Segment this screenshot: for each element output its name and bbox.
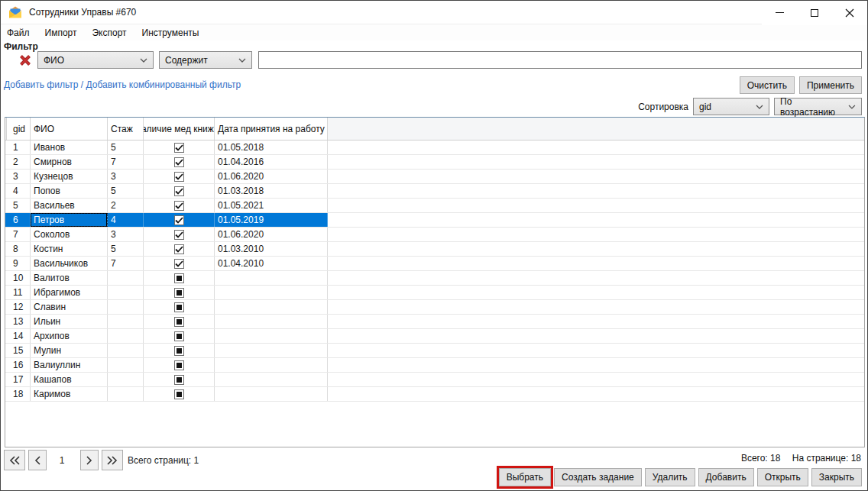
close-window-button[interactable]: Закрыть	[811, 468, 862, 486]
med-checkbox[interactable]	[174, 244, 184, 254]
table-row[interactable]: 15 Мулин	[5, 344, 864, 358]
filter-field-dropdown[interactable]: ФИО	[37, 51, 154, 69]
link-separator: /	[78, 79, 86, 90]
cell-date: 01.03.2018	[215, 184, 328, 198]
red-x-icon	[19, 54, 31, 66]
clear-button[interactable]: Очистить	[740, 76, 795, 94]
filter-buttons: Очистить Применить	[740, 76, 862, 94]
med-checkbox[interactable]	[174, 230, 184, 240]
close-button[interactable]	[832, 1, 867, 24]
table-row[interactable]: 7 Соколов 3 01.06.2020	[5, 228, 864, 242]
maximize-button[interactable]	[797, 1, 832, 24]
med-checkbox[interactable]	[174, 215, 184, 225]
column-header-gid[interactable]: gid	[7, 118, 31, 140]
cell-staz: 7	[108, 257, 144, 270]
med-checkbox[interactable]	[174, 172, 184, 182]
table-row[interactable]: 12 Славин	[5, 300, 864, 315]
med-checkbox[interactable]	[174, 273, 184, 283]
table-header-row: gid ФИО Стаж Наличие мед книжки Дата при…	[5, 118, 864, 141]
employees-table: gid ФИО Стаж Наличие мед книжки Дата при…	[5, 117, 865, 447]
table-row[interactable]: 4 Попов 5 01.03.2018	[5, 184, 864, 199]
create-task-button[interactable]: Создать задание	[554, 468, 642, 486]
checkmark-icon	[175, 217, 183, 224]
cell-staz	[108, 387, 144, 401]
med-checkbox[interactable]	[174, 375, 184, 385]
total-pages-label: Всего страниц: 1	[128, 455, 199, 466]
open-button[interactable]: Открыть	[757, 468, 808, 486]
cell-fio: Иванов	[31, 141, 108, 154]
cell-fio: Валиуллин	[31, 358, 108, 372]
first-page-button[interactable]	[4, 450, 25, 470]
med-checkbox[interactable]	[174, 360, 184, 370]
cell-date	[215, 373, 328, 386]
next-page-button[interactable]	[80, 450, 99, 470]
med-checkbox[interactable]	[174, 201, 184, 211]
menu-file[interactable]: Файл	[1, 26, 37, 40]
table-row[interactable]: 3 Кузнецов 3 01.06.2020	[5, 170, 864, 184]
med-checkbox[interactable]	[174, 331, 184, 341]
med-checkbox[interactable]	[174, 186, 184, 196]
remove-filter-button[interactable]	[19, 54, 31, 66]
apply-button[interactable]: Применить	[799, 76, 862, 94]
cell-fio: Смирнов	[31, 155, 108, 169]
last-page-button[interactable]	[102, 450, 123, 470]
med-checkbox[interactable]	[174, 302, 184, 312]
med-checkbox[interactable]	[174, 317, 184, 327]
cell-gid: 10	[7, 271, 31, 285]
table-row[interactable]: 17 Кашапов	[5, 373, 864, 387]
cell-date: 01.05.2018	[215, 141, 328, 154]
med-checkbox[interactable]	[174, 346, 184, 356]
filter-row: ФИО Содержит	[1, 51, 862, 69]
cell-gid: 2	[7, 155, 31, 169]
select-button[interactable]: Выбрать	[499, 468, 551, 486]
checkmark-icon	[175, 159, 183, 166]
menu-export[interactable]: Экспорт	[84, 26, 134, 40]
menu-import[interactable]: Импорт	[37, 26, 85, 40]
table-row[interactable]: 16 Валиуллин	[5, 358, 864, 373]
cell-fio: Славин	[31, 300, 108, 314]
add-button[interactable]: Добавить	[698, 468, 754, 486]
checkmark-icon	[175, 246, 183, 253]
menu-tools[interactable]: Инструменты	[134, 26, 207, 40]
cell-staz	[108, 373, 144, 386]
column-header-med[interactable]: Наличие мед книжки	[144, 118, 215, 140]
med-checkbox[interactable]	[174, 288, 184, 298]
cell-fio: Ильин	[31, 315, 108, 328]
table-row[interactable]: 2 Смирнов 7 01.04.2016	[5, 155, 864, 170]
cell-staz: 4	[108, 213, 144, 227]
med-checkbox[interactable]	[174, 389, 184, 399]
add-combined-filter-link[interactable]: Добавить комбинированный фильтр	[86, 79, 241, 90]
cell-staz: 5	[108, 242, 144, 256]
last-page-icon	[106, 455, 118, 466]
table-row[interactable]: 1 Иванов 5 01.05.2018	[5, 141, 864, 155]
med-checkbox[interactable]	[174, 259, 184, 269]
column-header-fio[interactable]: ФИО	[31, 118, 108, 140]
filter-value-input[interactable]	[258, 51, 862, 69]
add-filter-link[interactable]: Добавить фильтр	[4, 79, 78, 90]
column-header-date[interactable]: Дата принятия на работу	[215, 118, 328, 140]
table-row[interactable]: 6 Петров 4 01.05.2019	[5, 213, 864, 228]
prev-page-button[interactable]	[28, 450, 47, 470]
table-row[interactable]: 14 Архипов	[5, 329, 864, 344]
checkmark-icon	[175, 202, 183, 209]
table-row[interactable]: 5 Васильев 2 01.05.2021	[5, 199, 864, 213]
cell-gid: 1	[7, 141, 31, 154]
med-checkbox[interactable]	[174, 143, 184, 153]
cell-gid: 14	[7, 329, 31, 343]
cell-date	[215, 286, 328, 299]
app-icon	[8, 5, 22, 19]
table-row[interactable]: 18 Каримов	[5, 387, 864, 402]
table-row[interactable]: 11 Ибрагимов	[5, 286, 864, 300]
minimize-button[interactable]	[762, 1, 797, 24]
filter-operator-dropdown[interactable]: Содержит	[159, 51, 252, 69]
column-header-staz[interactable]: Стаж	[108, 118, 144, 140]
sort-direction-dropdown[interactable]: По возрастанию	[774, 98, 862, 115]
table-row[interactable]: 8 Костин 5 01.03.2010	[5, 242, 864, 257]
delete-button[interactable]: Удалить	[645, 468, 695, 486]
cell-fio: Костин	[31, 242, 108, 256]
med-checkbox[interactable]	[174, 157, 184, 167]
table-row[interactable]: 10 Валитов	[5, 271, 864, 286]
table-row[interactable]: 13 Ильин	[5, 315, 864, 329]
table-row[interactable]: 9 Васильчиков 7 01.04.2010	[5, 257, 864, 271]
sort-field-dropdown[interactable]: gid	[693, 98, 769, 115]
